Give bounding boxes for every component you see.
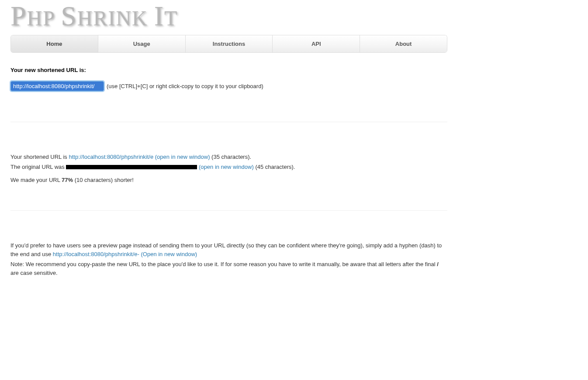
note-slash: / <box>437 261 439 267</box>
nav-tabs: Home Usage Instructions API About <box>10 35 447 53</box>
tab-usage[interactable]: Usage <box>98 35 186 53</box>
shortened-url-link[interactable]: http://localhost:8080/phpshrinkit/e (ope… <box>69 154 210 160</box>
copy-hint: (use [CTRL]+[C] or right click-copy to c… <box>107 82 263 91</box>
site-logo: PHP SHRINK IT <box>10 1 447 31</box>
shortened-url-input[interactable] <box>10 81 104 91</box>
note-suffix: are case sensitive. <box>10 270 58 276</box>
summary-suffix: (10 characters) shorter! <box>73 177 134 183</box>
summary-percent: 77% <box>62 177 73 183</box>
divider-2 <box>10 210 447 211</box>
tab-api[interactable]: API <box>273 35 360 53</box>
preview-url-link[interactable]: http://localhost:8080/phpshrinkit/e- (Op… <box>53 251 197 257</box>
tab-home[interactable]: Home <box>11 35 98 53</box>
divider-1 <box>10 122 447 122</box>
result-heading: Your new shortened URL is: <box>10 66 447 75</box>
tab-about[interactable]: About <box>360 35 447 53</box>
note-prefix: Note: We recommend you copy-paste the ne… <box>10 261 437 267</box>
shortened-url-prefix: Your shortened URL is <box>10 154 69 160</box>
original-url-open-link[interactable]: (open in new window) <box>199 164 254 170</box>
original-url-prefix: The original URL was <box>10 164 66 170</box>
summary-prefix: We made your URL <box>10 177 62 183</box>
redacted-original-url <box>66 165 197 169</box>
shortened-url-suffix: (35 characters). <box>210 154 251 160</box>
tab-instructions[interactable]: Instructions <box>186 35 273 53</box>
original-url-suffix: (45 characters). <box>254 164 295 170</box>
